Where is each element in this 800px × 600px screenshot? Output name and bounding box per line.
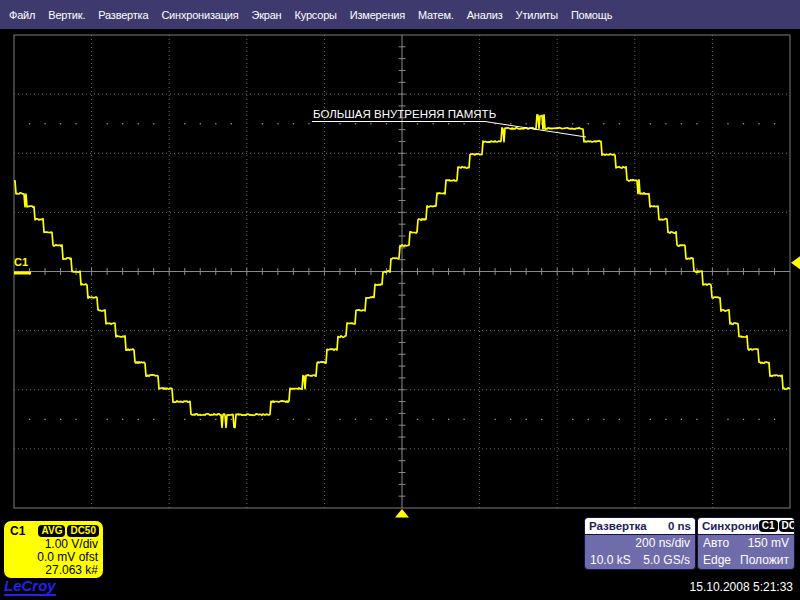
timebase-delay: 0 ns — [668, 520, 691, 532]
menu-analysis[interactable]: Анализ — [467, 9, 503, 21]
scope-display: БОЛЬШАЯ ВНУТРЕНЯЯ ПАМЯТЬ C1 — [0, 0, 800, 600]
trigger-source-badge: C1 — [759, 520, 778, 532]
menu-bar: Файл Вертик. Развертка Синхронизация Экр… — [0, 0, 800, 29]
timebase-descriptor[interactable]: Развертка 0 ns 200 ns/div 10.0 kS 5.0 GS… — [584, 517, 696, 570]
channel-label: C1 — [10, 524, 25, 538]
avg-badge: AVG — [38, 525, 65, 537]
channel-marker-label: C1 — [14, 256, 28, 268]
datetime-display: 15.10.2008 5:21:33 — [690, 580, 793, 594]
menu-help[interactable]: Помощь — [571, 9, 612, 21]
trigger-type: Edge — [703, 552, 731, 569]
trigger-coupling-badge: DC — [779, 520, 795, 532]
timebase-samples: 10.0 kS — [590, 552, 631, 569]
timebase-sample-rate: 5.0 GS/s — [643, 552, 690, 569]
trigger-title: Синхрони — [702, 520, 759, 532]
trigger-level: 150 mV — [748, 535, 789, 552]
coupling-badge: DC50 — [67, 525, 99, 537]
trigger-time-marker[interactable] — [395, 509, 409, 518]
channel-acquisition-count: 27.063 k# — [10, 564, 99, 577]
menu-timebase[interactable]: Развертка — [98, 9, 148, 21]
menu-display[interactable]: Экран — [251, 9, 281, 21]
menu-trigger[interactable]: Синхронизация — [161, 9, 238, 21]
menu-math[interactable]: Матем. — [418, 9, 454, 21]
lecroy-logo: LeCroy — [4, 578, 56, 596]
menu-file[interactable]: Файл — [9, 9, 35, 21]
trigger-slope: Положит — [740, 552, 789, 569]
graticule-grid — [14, 35, 790, 508]
timebase-scale: 200 ns/div — [635, 535, 690, 552]
channel-c1-descriptor[interactable]: C1 AVG DC50 1.00 V/div 0.0 mV ofst 27.06… — [4, 521, 103, 578]
annotation-text: БОЛЬШАЯ ВНУТРЕНЯЯ ПАМЯТЬ — [313, 108, 496, 120]
menu-cursors[interactable]: Курсоры — [295, 9, 337, 21]
trigger-descriptor[interactable]: Синхрони C1 DC Авто 150 mV Edge Положит — [697, 517, 795, 570]
menu-measure[interactable]: Измерения — [350, 9, 405, 21]
trigger-level-marker[interactable] — [791, 256, 800, 269]
channel-offset-marker[interactable] — [14, 272, 31, 275]
menu-vertical[interactable]: Вертик. — [48, 9, 85, 21]
menu-utilities[interactable]: Утилиты — [516, 9, 558, 21]
timebase-title: Развертка — [589, 520, 647, 532]
trigger-mode: Авто — [703, 535, 729, 552]
